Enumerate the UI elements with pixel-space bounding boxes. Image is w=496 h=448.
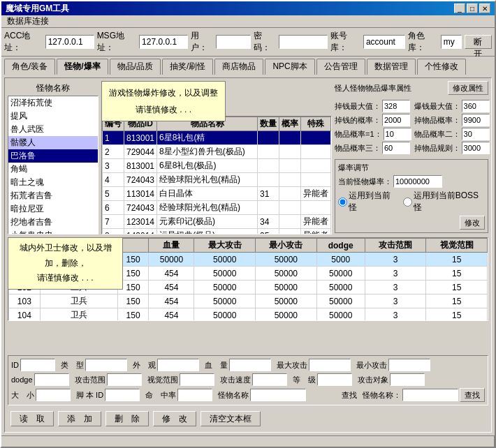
field-max-atk-input[interactable]	[309, 359, 351, 371]
drop-rate-label: 掉钱的概率：	[335, 115, 381, 126]
user-input[interactable]	[216, 35, 251, 49]
field-type-input[interactable]	[85, 359, 127, 371]
radio-boss[interactable]	[403, 197, 412, 207]
right-panel-title: 怪人怪物物品爆率属性	[335, 83, 411, 94]
tab-monster[interactable]: 怪物/爆率	[57, 59, 108, 75]
tab-personal[interactable]: 个性修改	[417, 59, 466, 75]
item-rate1-input[interactable]	[384, 128, 411, 140]
guard-row-4[interactable]: 104卫兵150454500005000050000315	[9, 308, 488, 322]
item-rate3-input[interactable]	[382, 142, 410, 154]
field-id-input[interactable]	[20, 359, 55, 371]
field-min-atk-input[interactable]	[388, 359, 430, 371]
msg-input[interactable]	[139, 35, 188, 49]
monster-item-1[interactable]: 提风	[8, 110, 98, 123]
field-dodge-input[interactable]	[34, 373, 69, 386]
guard-row-3[interactable]: 103卫兵150454500005000050000315	[9, 294, 488, 308]
tab-announce[interactable]: 公告管理	[316, 59, 365, 75]
drop-item-input[interactable]	[462, 114, 490, 126]
field-mname-input[interactable]	[250, 389, 306, 401]
search-monster-button[interactable]: 查找	[460, 388, 485, 402]
item-row-3[interactable]: 4724043经验球阳光礼包(精品)	[103, 173, 331, 187]
tab-lottery[interactable]: 抽奖/刷怪	[162, 59, 213, 75]
guard-tooltip: 城内外卫士修改，以及增加，删除， 请谨慎修改 . . .	[8, 237, 123, 290]
item-row-2[interactable]: 38130016星8礼包(极品)	[103, 159, 331, 173]
content-area: 怪物名称 沼泽拓荒使 提风 兽人武医 骷髅人 巴洛鲁 角蝎 暗土之魂 拓荒者吉鲁…	[4, 77, 492, 433]
tab-npc[interactable]: NPC脚本	[265, 59, 314, 75]
field-id-label: ID	[11, 361, 19, 369]
blast-max-input[interactable]	[462, 100, 490, 112]
field-level-input[interactable]	[317, 373, 352, 386]
monster-item-8[interactable]: 暗拉尼亚	[8, 202, 98, 216]
field-blood-label: 血 量	[205, 360, 228, 371]
monster-item-4[interactable]: 巴洛鲁	[8, 149, 98, 163]
field-view-range-input[interactable]	[180, 373, 214, 386]
monster-item-2[interactable]: 兽人武医	[8, 123, 98, 136]
field-death-label: 命 中率	[145, 390, 176, 401]
role-input[interactable]	[441, 35, 462, 49]
field-blood-input[interactable]	[229, 359, 271, 371]
monster-item-0[interactable]: 沼泽拓荒使	[8, 96, 98, 110]
field-max-atk-label: 最大攻击	[277, 360, 307, 371]
search-monster-row: 怪物名称： 查找	[363, 388, 485, 402]
read-button[interactable]: 读 取	[10, 411, 54, 426]
radio-row: 运用到当前怪 运用到当前BOSS怪	[338, 190, 485, 214]
drop-val-input[interactable]	[382, 100, 410, 112]
current-rate-input[interactable]	[393, 175, 442, 188]
field-id: ID	[11, 359, 55, 371]
item-row-7[interactable]: 8143014运异扭曲(极品)35异能者	[103, 229, 331, 235]
field-atk-range-input[interactable]	[107, 373, 142, 386]
maximize-button[interactable]: □	[467, 3, 478, 13]
clear-button[interactable]: 清空文本框	[200, 411, 261, 426]
drop-item-label: 掉物品概率：	[414, 115, 460, 126]
monster-item-5[interactable]: 角蝎	[8, 163, 98, 176]
db-input[interactable]	[363, 35, 405, 49]
item-rate2-input[interactable]	[462, 128, 490, 140]
monster-item-3[interactable]: 骷髅人	[8, 136, 98, 149]
radio-current[interactable]	[338, 197, 347, 207]
tab-item[interactable]: 物品/品质	[110, 59, 161, 75]
radio-current-label[interactable]: 运用到当前怪	[338, 190, 397, 214]
disconnect-button[interactable]: 断开	[465, 35, 492, 49]
pwd-input[interactable]	[279, 35, 328, 49]
current-rate-row: 当前怪物爆率：	[338, 175, 485, 188]
field-script-input[interactable]	[105, 389, 140, 401]
item-row-0[interactable]: 18130016星8礼包(精	[103, 131, 331, 145]
field-speed-input[interactable]	[252, 373, 287, 386]
modify-button[interactable]: 修 改	[153, 411, 196, 426]
item-row-4[interactable]: 5113014白日晶体31异能者	[103, 187, 331, 201]
field-script-label: 脚 本 ID	[76, 390, 103, 401]
item-row-6[interactable]: 7123014元素印记(极品)34异能者	[103, 215, 331, 229]
item-table-container[interactable]: 编号 物品ID 物品名称 数量 概率 特殊 18130016星8礼包(精2729…	[101, 116, 332, 234]
field-death-input[interactable]	[177, 389, 212, 401]
menu-database[interactable]: 数据库连接	[4, 15, 52, 28]
drop-rate-input[interactable]	[382, 114, 410, 126]
tab-shop[interactable]: 商店物品	[214, 59, 263, 75]
drop-rate-row: 掉钱的概率：	[335, 114, 411, 126]
tab-data[interactable]: 数据管理	[367, 59, 416, 75]
close-button[interactable]: ✕	[479, 3, 490, 13]
monster-item-10[interactable]: 小气鬼皮皮	[8, 229, 98, 234]
rate-modify-button[interactable]: 修改	[460, 216, 485, 230]
monster-list-title: 怪物名称	[8, 81, 99, 96]
tab-character[interactable]: 角色/装备	[4, 59, 55, 75]
monster-list-container[interactable]: 沼泽拓荒使 提风 兽人武医 骷髅人 巴洛鲁 角蝎 暗土之魂 拓荒者吉鲁 暗拉尼亚…	[8, 96, 99, 234]
add-button[interactable]: 添 加	[58, 411, 101, 426]
monster-item-6[interactable]: 暗土之魂	[8, 176, 98, 189]
monster-item-9[interactable]: 挖地者吉鲁	[8, 216, 98, 229]
acc-input[interactable]	[45, 35, 94, 49]
modify-attr-button[interactable]: 修改属性	[448, 81, 488, 95]
radio-boss-label[interactable]: 运用到当前BOSS怪	[403, 190, 485, 214]
item-row-5[interactable]: 6724043经验球阳光礼包(精品)	[103, 201, 331, 215]
field-target-input[interactable]	[390, 373, 425, 386]
delete-button[interactable]: 删 除	[105, 411, 149, 426]
item-rule-input[interactable]	[462, 142, 490, 154]
field-atk-range-label: 攻击范围	[75, 375, 105, 385]
detail-fields-row3: 大 小 脚 本 ID 命 中率 怪物名称	[11, 388, 485, 402]
field-size-input[interactable]	[36, 389, 71, 401]
minimize-button[interactable]: _	[454, 3, 465, 13]
drop-val-row: 掉钱最大值：	[335, 100, 411, 112]
monster-item-7[interactable]: 拓荒者吉鲁	[8, 189, 98, 202]
search-monster-input[interactable]	[402, 389, 458, 401]
field-view-input[interactable]	[157, 359, 199, 371]
item-row-1[interactable]: 27290448星小型幻兽升包(极品)	[103, 145, 331, 159]
